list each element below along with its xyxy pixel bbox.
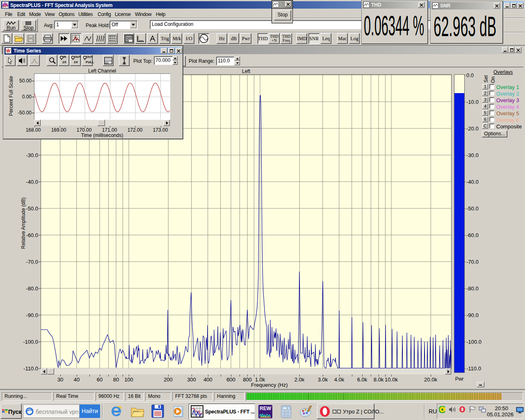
svg-text:0: 0 bbox=[287, 407, 288, 409]
svg-text:REW: REW bbox=[260, 406, 272, 411]
